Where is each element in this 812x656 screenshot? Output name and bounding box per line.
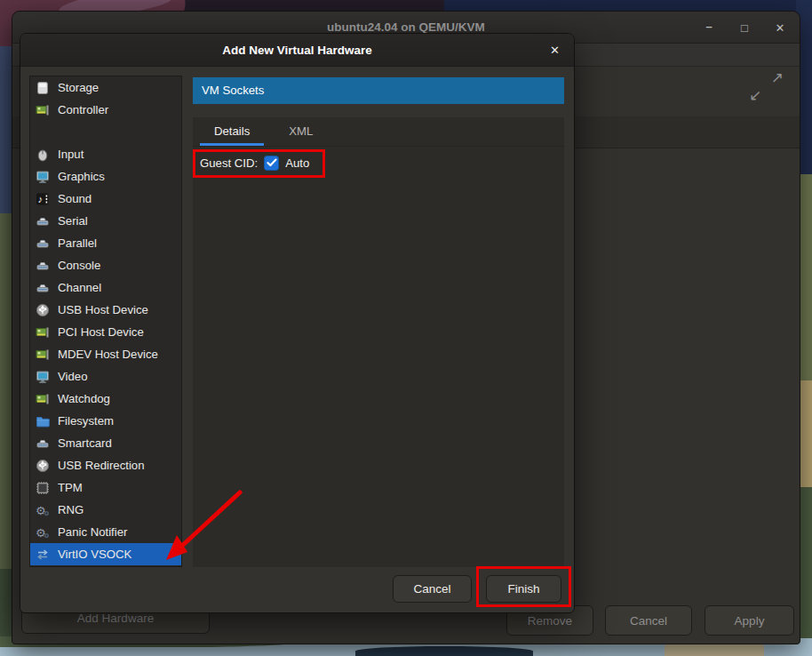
maximize-icon[interactable]: □	[737, 21, 752, 35]
sidebar-item-rng[interactable]: ⚙RNG	[30, 499, 181, 521]
sidebar-item-label: USB Redirection	[58, 459, 144, 472]
sidebar-item-label: Panic Notifier	[58, 525, 127, 539]
monitor-icon	[36, 370, 50, 384]
svg-text:⚙: ⚙	[36, 525, 46, 539]
sidebar-item-sound[interactable]: ♪Sound	[30, 188, 181, 210]
pci-card-icon	[36, 392, 50, 406]
sidebar-item-parallel[interactable]: Parallel	[30, 232, 181, 254]
tab-details[interactable]: Details	[195, 117, 269, 146]
sidebar-item-channel[interactable]: Channel	[30, 276, 181, 299]
panel-header: VM Sockets	[193, 77, 564, 104]
monitor-icon	[36, 170, 50, 184]
sidebar-item-empty	[30, 121, 181, 143]
svg-text:⚙: ⚙	[36, 503, 46, 516]
guest-cid-row: Guest CID: Auto	[200, 152, 309, 173]
sidebar-item-label: Smartcard	[58, 436, 112, 450]
window-cancel-button[interactable]: Cancel	[605, 605, 692, 636]
tab-xml[interactable]: XML	[269, 117, 332, 146]
dialog-title: Add New Virtual Hardware	[20, 34, 574, 67]
speaker-icon: ♪	[36, 192, 50, 206]
vsock-arrows-icon	[36, 548, 50, 562]
sidebar-item-graphics[interactable]: Graphics	[30, 165, 181, 188]
sidebar-item-label: Sound	[58, 192, 92, 205]
disk-icon	[36, 81, 50, 95]
serial-port-icon	[36, 259, 50, 273]
gear-icon: ⚙	[36, 503, 50, 517]
sidebar-item-console[interactable]: Console	[30, 254, 181, 276]
dialog-titlebar[interactable]: Add New Virtual Hardware ✕	[20, 34, 574, 67]
sidebar-item-label: VirtIO VSOCK	[58, 548, 131, 561]
usb-icon	[36, 303, 50, 317]
svg-text:♪: ♪	[38, 194, 44, 204]
sidebar-item-label: Console	[58, 259, 100, 272]
sidebar-item-label: Storage	[58, 81, 99, 94]
sidebar-item-label: USB Host Device	[58, 303, 148, 316]
sidebar-item-serial[interactable]: Serial	[30, 210, 181, 232]
dialog-finish-button[interactable]: Finish	[486, 575, 561, 603]
sidebar-item-label: Serial	[58, 214, 88, 228]
sidebar-item-label: Controller	[58, 103, 108, 116]
sidebar-item-controller[interactable]: Controller	[30, 99, 181, 121]
sidebar-item-label: RNG	[58, 503, 84, 516]
sidebar-item-mdev-host-device[interactable]: MDEV Host Device	[30, 343, 181, 365]
sidebar-item-watchdog[interactable]: Watchdog	[30, 388, 181, 410]
tab-bar: DetailsXML	[193, 117, 564, 147]
sidebar-item-storage[interactable]: Storage	[30, 76, 181, 99]
pci-card-icon	[36, 103, 50, 117]
sidebar-item-label: Channel	[58, 281, 101, 294]
auto-checkbox-label: Auto	[285, 156, 309, 170]
sidebar-item-label: Watchdog	[58, 392, 110, 405]
sidebar-item-usb-host-device[interactable]: USB Host Device	[30, 299, 181, 321]
sidebar-item-usb-redirection[interactable]: USB Redirection	[30, 454, 181, 476]
apply-button[interactable]: Apply	[705, 605, 794, 636]
usb-icon	[36, 459, 50, 473]
sidebar-item-label: PCI Host Device	[58, 325, 144, 339]
sidebar-item-label: Parallel	[58, 236, 97, 250]
sidebar-item-input[interactable]: Input	[30, 143, 181, 165]
wallpaper	[355, 646, 533, 656]
dialog-close-icon[interactable]: ✕	[550, 34, 560, 67]
sidebar-item-smartcard[interactable]: Smartcard	[30, 432, 181, 454]
sidebar-item-filesystem[interactable]: Filesystem	[30, 410, 181, 432]
close-icon[interactable]: ✕	[773, 21, 787, 35]
pci-card-icon	[36, 348, 50, 362]
pci-card-icon	[36, 325, 50, 340]
serial-port-icon	[36, 281, 50, 295]
checkmark-icon	[267, 158, 277, 167]
sidebar-item-video[interactable]: Video	[30, 365, 181, 388]
sidebar-item-virtio-vsock[interactable]: VirtIO VSOCK	[30, 543, 181, 565]
sidebar-item-label: Filesystem	[58, 414, 114, 428]
fullscreen-expand-icon[interactable]: ↗↙	[748, 70, 784, 104]
hardware-type-list: StorageControllerInputGraphics♪SoundSeri…	[29, 76, 182, 567]
serial-port-icon	[36, 236, 50, 251]
serial-port-icon	[36, 214, 50, 228]
blank-icon	[36, 125, 50, 140]
guest-cid-label: Guest CID:	[200, 156, 258, 170]
sidebar-item-label: MDEV Host Device	[58, 348, 158, 361]
add-hardware-dialog: Add New Virtual Hardware ✕ StorageContro…	[20, 33, 575, 613]
sidebar-item-label: TPM	[58, 481, 83, 494]
serial-port-icon	[36, 436, 50, 451]
panel-body: DetailsXML Guest CID: Auto	[193, 117, 564, 567]
desktop: ubuntu24.04 on QEMU/KVM – □ ✕ ↗↙ Add Har…	[0, 0, 812, 656]
sidebar-item-label: Graphics	[58, 170, 105, 183]
sidebar-item-label: Video	[58, 370, 88, 383]
gear-icon: ⚙	[36, 525, 50, 540]
folder-icon	[36, 414, 50, 428]
sidebar-item-pci-host-device[interactable]: PCI Host Device	[30, 321, 181, 343]
sidebar-item-panic-notifier[interactable]: ⚙Panic Notifier	[30, 521, 181, 543]
mouse-icon	[36, 148, 50, 162]
sidebar-item-tpm[interactable]: TPM	[30, 476, 181, 499]
auto-checkbox[interactable]	[264, 156, 279, 171]
sidebar-item-label: Input	[58, 148, 84, 161]
minimize-icon[interactable]: –	[702, 20, 716, 33]
dialog-cancel-button[interactable]: Cancel	[393, 575, 472, 603]
chip-icon	[36, 481, 50, 495]
